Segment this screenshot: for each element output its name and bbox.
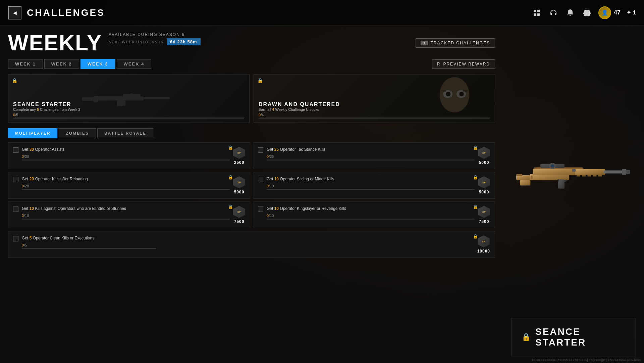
xp-icon-2: XP	[478, 147, 490, 159]
weapon-preview	[513, 145, 634, 206]
xp-amount-3: 5000	[234, 190, 245, 194]
challenge-desc-4: Get 10 Operator Sliding or Midair Kills	[267, 176, 475, 182]
xp-icon-4: XP	[478, 176, 490, 188]
challenge-lock-2: 🔒	[473, 145, 478, 150]
notification-icon[interactable]	[565, 7, 576, 18]
week-tab-1[interactable]: WEEK 1	[8, 59, 43, 69]
challenge-xp-6: XP 7500	[478, 206, 490, 224]
challenge-info-6: Get 10 Operator Kingslayer or Revenge Ki…	[267, 206, 475, 220]
svg-point-43	[551, 164, 554, 167]
challenge-info-3: Get 20 Operator Kills after Reloading 0/…	[22, 176, 230, 190]
challenge-lock-3: 🔒	[228, 175, 233, 180]
svg-rect-1	[537, 10, 540, 12]
svg-rect-21	[516, 174, 522, 176]
week-tabs: WEEK 1 WEEK 2 WEEK 3 WEEK 4 R PREVIEW RE…	[8, 59, 495, 69]
card-desc-seance: Complete any 5 Challenges from Week 3	[13, 107, 245, 111]
challenge-item-5: 🔒 Get 10 Kills against Operators who are…	[8, 201, 250, 228]
right-panel: 🔒 SEANCE STARTER	[503, 26, 644, 363]
challenge-card-seance[interactable]: 🔒	[8, 74, 250, 123]
preview-label: PREVIEW REWARD	[443, 62, 490, 66]
debug-info: 10.18.19750334 [89:255:11278+11:A] Th[72…	[532, 358, 641, 362]
xp-amount-4: 5000	[479, 190, 489, 194]
challenge-lock-4: 🔒	[473, 175, 478, 180]
challenge-item-4: 🔒 Get 10 Operator Sliding or Midair Kill…	[253, 172, 495, 199]
tracked-key-hint: B	[421, 41, 428, 45]
star-icon: ✦	[627, 9, 631, 16]
svg-rect-40	[627, 170, 630, 174]
back-button[interactable]	[8, 6, 21, 19]
challenge-checkbox-1[interactable]	[13, 147, 18, 153]
challenge-item-7: 🔒 Get 5 Operator Clean Kills or Executio…	[8, 231, 495, 258]
challenge-item-1: 🔒 Get 30 Operator Assists 0/30 XP 2500	[8, 142, 250, 169]
header: CHALLENGES 👤 47 ✦ 1	[0, 0, 644, 26]
challenge-desc-2: Get 25 Operator Tac Stance Kills	[267, 147, 475, 152]
challenge-info-2: Get 25 Operator Tac Stance Kills 0/25	[267, 147, 475, 161]
challenge-checkbox-2[interactable]	[258, 147, 263, 153]
avatar[interactable]: 👤	[598, 6, 611, 19]
challenge-info-1: Get 30 Operator Assists 0/30	[22, 147, 230, 161]
countdown-timer: 6d 23h 58m	[167, 38, 201, 45]
challenge-item-3: 🔒 Get 20 Operator Kills after Reloading …	[8, 172, 250, 199]
xp-icon-5: XP	[233, 206, 245, 218]
svg-rect-44	[572, 169, 576, 172]
svg-point-16	[459, 92, 464, 96]
week-tab-3[interactable]: WEEK 3	[80, 59, 115, 69]
svg-rect-33	[577, 175, 580, 176]
challenge-info-5: Get 10 Kills against Operators who are B…	[22, 206, 230, 220]
preview-key-hint: R	[437, 62, 441, 66]
xp-amount-6: 7500	[479, 219, 489, 224]
svg-rect-25	[537, 167, 540, 168]
challenge-checkbox-7[interactable]	[13, 236, 18, 241]
mode-tab-battle-royale[interactable]: BATTLE ROYALE	[97, 128, 153, 138]
challenge-checkbox-4[interactable]	[258, 177, 263, 182]
mode-tab-multiplayer[interactable]: MULTIPLAYER	[8, 128, 57, 138]
svg-rect-37	[598, 175, 602, 176]
challenge-item-6: 🔒 Get 10 Operator Kingslayer or Revenge …	[253, 201, 495, 228]
svg-rect-18	[463, 90, 468, 92]
header-actions: 👤 47 ✦ 1	[531, 6, 636, 19]
challenge-cards-row: 🔒	[8, 74, 495, 123]
challenge-checkbox-3[interactable]	[13, 177, 18, 182]
card-name-drawn: DRAWN AND QUARTERED	[259, 101, 490, 107]
svg-rect-35	[587, 175, 591, 176]
reward-lock-icon: 🔒	[522, 333, 531, 342]
week-tab-4[interactable]: WEEK 4	[117, 59, 152, 69]
tracked-challenges-button[interactable]: B TRACKED CHALLENGES	[416, 38, 495, 48]
challenge-xp-3: XP 5000	[233, 176, 245, 194]
challenge-info-4: Get 10 Operator Sliding or Midair Kills …	[267, 176, 475, 190]
svg-point-15	[446, 92, 450, 96]
challenge-lock-7: 🔒	[473, 234, 478, 239]
challenge-lock-6: 🔒	[473, 205, 478, 209]
svg-rect-0	[534, 10, 536, 12]
next-week-badge: NEXT WEEK UNLOCKS IN 6d 23h 58m	[109, 38, 201, 45]
challenge-checkbox-6[interactable]	[258, 207, 263, 212]
challenge-xp-4: XP 5000	[478, 176, 490, 194]
page-title: CHALLENGES	[27, 7, 105, 18]
svg-rect-10	[123, 94, 141, 98]
svg-rect-39	[622, 169, 627, 175]
card-desc-drawn: Earn all 4 Weekly Challenge Unlocks	[259, 107, 490, 111]
reward-title: SEANCE STARTER	[535, 326, 626, 348]
xp-amount-7: 10000	[477, 249, 490, 254]
svg-rect-17	[441, 90, 446, 92]
preview-reward-button[interactable]: R PREVIEW REWARD	[432, 59, 495, 69]
settings-icon[interactable]	[582, 7, 592, 18]
headset-icon[interactable]	[548, 7, 559, 18]
left-panel: WEEKLY AVAILABLE DURING SEASON 6 NEXT WE…	[0, 26, 503, 363]
tracked-label: TRACKED CHALLENGES	[431, 41, 490, 45]
challenge-card-drawn[interactable]: 🔒 DRAWN AND QUARTERED	[254, 74, 495, 123]
player-level: 47	[614, 9, 621, 16]
challenge-item-2: 🔒 Get 25 Operator Tac Stance Kills 0/25 …	[253, 142, 495, 169]
mode-tab-zombies[interactable]: ZOMBIES	[59, 128, 96, 138]
xp-amount-1: 2500	[234, 160, 245, 165]
weekly-meta: AVAILABLE DURING SEASON 6 NEXT WEEK UNLO…	[109, 32, 201, 47]
challenge-xp-5: XP 7500	[233, 206, 245, 224]
svg-rect-9	[144, 97, 170, 99]
challenge-checkbox-5[interactable]	[13, 207, 18, 212]
week-tab-2[interactable]: WEEK 2	[44, 59, 79, 69]
challenge-desc-5: Get 10 Kills against Operators who are B…	[22, 206, 230, 212]
svg-rect-20	[520, 180, 531, 185]
gun-display	[511, 32, 636, 318]
grid-icon[interactable]	[531, 7, 542, 18]
weekly-title: WEEKLY	[8, 32, 102, 54]
